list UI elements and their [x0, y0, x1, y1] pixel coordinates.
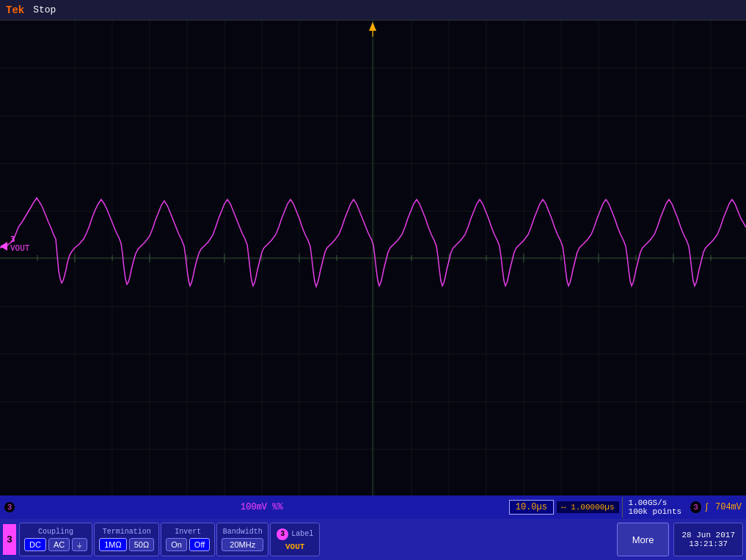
bandwidth-group: Bandwidth 20MHz — [216, 523, 268, 556]
bandwidth-buttons: 20MHz — [222, 538, 263, 551]
coupling-dc-button[interactable]: DC — [24, 538, 46, 551]
time-offset-value: 1.00000µs — [571, 503, 614, 512]
voltage-scale-info: 100mV %% — [18, 502, 506, 512]
sample-rate-box: 1.00GS/s 100k points — [622, 497, 688, 517]
top-bar: Tek Stop — [0, 0, 746, 21]
term-50-button[interactable]: 50Ω — [129, 538, 154, 551]
termination-buttons: 1MΩ 50Ω — [99, 538, 154, 551]
bandwidth-value-button[interactable]: 20MHz — [222, 538, 263, 551]
controls-bar: 3 Coupling DC AC ⏚ Termination 1MΩ 50Ω I… — [0, 519, 746, 560]
date-text: 28 Jun 2017 — [681, 531, 735, 539]
label-text: VOUT — [285, 542, 304, 551]
coupling-gnd-button[interactable]: ⏚ — [72, 538, 87, 551]
oscilloscope-display: Tek Stop — [0, 0, 746, 560]
info-bar: 3 100mV %% 10.0µs ↔ 1.00000µs 1.00GS/s 1… — [0, 495, 746, 519]
more-button[interactable]: More — [617, 523, 670, 556]
ch3-indicator2: 3 — [690, 501, 701, 513]
wave-symbol: ∫ — [704, 502, 709, 512]
time-text: 13:21:37 — [689, 539, 728, 548]
datetime-box: 28 Jun 2017 13:21:37 — [673, 523, 743, 556]
measure-value: 704mV — [715, 502, 742, 512]
svg-text:T: T — [370, 29, 375, 39]
termination-label: Termination — [103, 528, 151, 536]
time-offset-box: ↔ 1.00000µs — [557, 501, 619, 513]
sample-rate-value: 1.00GS/s — [629, 498, 682, 507]
ch3-indicator-info: 3 — [4, 502, 15, 512]
coupling-label: Coupling — [38, 528, 73, 536]
invert-buttons: On Off — [166, 538, 210, 551]
bandwidth-label: Bandwidth — [223, 528, 263, 536]
coupling-group: Coupling DC AC ⏚ — [19, 523, 92, 556]
brand-label: Tek — [6, 4, 24, 16]
screen-area: T 3 VOUT — [0, 21, 746, 495]
svg-text:VOUT: VOUT — [10, 243, 30, 253]
invert-off-button[interactable]: Off — [189, 538, 210, 551]
label-header: Label — [291, 530, 313, 538]
invert-on-button[interactable]: On — [166, 538, 187, 551]
ch-number-badge: 3 — [3, 524, 16, 555]
record-points: 100k points — [629, 507, 682, 516]
status-label: Stop — [33, 4, 56, 15]
invert-label: Invert — [175, 528, 201, 536]
coupling-buttons: DC AC ⏚ — [24, 538, 87, 551]
label-ch-icon: 3 — [277, 528, 288, 540]
term-1m-button[interactable]: 1MΩ — [99, 538, 127, 551]
time-offset-icon: ↔ — [561, 503, 566, 512]
time-scale-box: 10.0µs — [509, 500, 554, 515]
coupling-ac-button[interactable]: AC — [48, 538, 70, 551]
label-group[interactable]: 3 Label VOUT — [270, 523, 320, 556]
invert-group: Invert On Off — [161, 523, 215, 556]
termination-group: Termination 1MΩ 50Ω — [94, 523, 159, 556]
grid-canvas: T 3 VOUT — [0, 21, 746, 495]
